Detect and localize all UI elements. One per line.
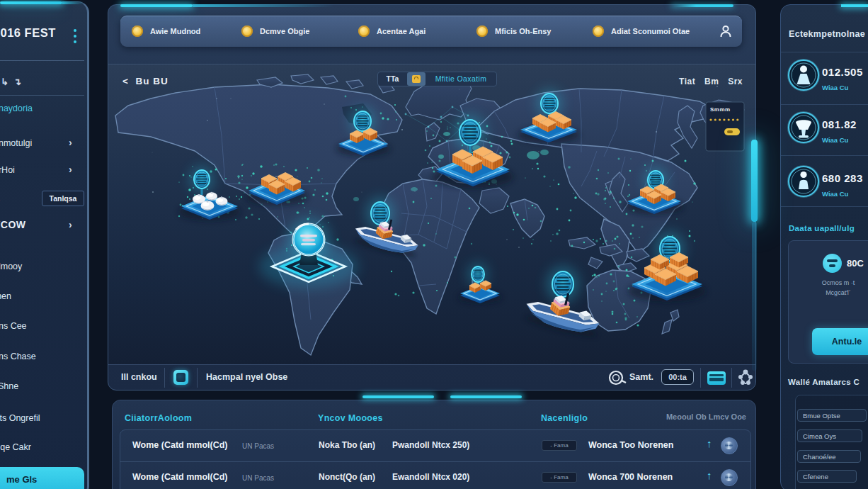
svg-text:Smmm: Smmm — [710, 106, 731, 113]
